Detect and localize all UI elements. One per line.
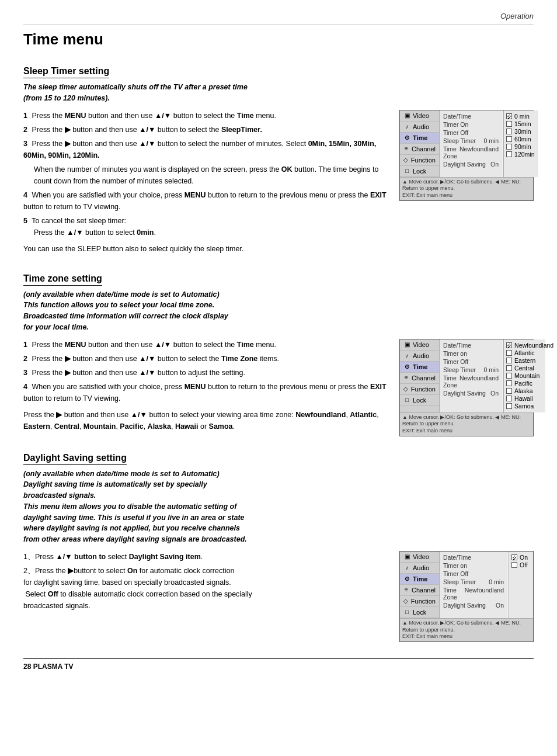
ds-menu-audio[interactable]: ♪Audio xyxy=(400,563,439,574)
menu-left-ds: ▣Video ♪Audio ⊙Time ≡Channel ◇Function □… xyxy=(400,552,440,618)
menu-item-video[interactable]: ▣Video xyxy=(400,110,439,122)
menu-right-tz: Date/Time Timer on Timer Off Sleep Timer… xyxy=(440,339,502,412)
menu-footer-tz: ▲ Move cursor. ▶/OK: Go to submenu. ◀ ME… xyxy=(400,412,533,436)
section-sleep-timer: Sleep Timer setting The sleep timer auto… xyxy=(23,66,534,257)
daylight-title: Daylight Saving setting xyxy=(23,453,127,465)
daylight-menu: ▣Video ♪Audio ⊙Time ≡Channel ◇Function □… xyxy=(399,551,534,642)
tz-newfoundland[interactable]: ✓Newfoundland xyxy=(506,342,543,349)
tz-menu-audio[interactable]: ♪Audio xyxy=(400,351,439,362)
time-zone-title: Time zone setting xyxy=(23,273,102,286)
menu-item-lock[interactable]: □Lock xyxy=(400,166,439,177)
tz-alaska[interactable]: Alaska xyxy=(506,387,543,394)
ds-menu-time[interactable]: ⊙Time xyxy=(400,574,439,585)
page-footer: 28 PLASMA TV xyxy=(23,658,534,671)
menu-footer-sleep: ▲ Move cursor. ▶/OK: Go to submenu. ◀ ME… xyxy=(400,177,533,200)
option-0min[interactable]: ✓0 min xyxy=(506,113,536,120)
time-zone-intro: (only available when date/time mode is s… xyxy=(23,289,534,333)
tz-menu-function[interactable]: ◇Function xyxy=(400,384,439,395)
sleep-timer-menu: ▣Video ♪Audio ⊙Time ≡Channel ◇Function □… xyxy=(399,110,534,201)
sleep-timer-intro: The sleep timer automatically shuts off … xyxy=(23,82,534,104)
option-120min[interactable]: 120min xyxy=(506,151,536,158)
footer-label: 28 PLASMA TV xyxy=(23,663,74,671)
ds-on[interactable]: ✓On xyxy=(511,554,531,561)
option-15min[interactable]: 15min xyxy=(506,120,536,127)
tz-menu-time[interactable]: ⊙Time xyxy=(400,362,439,373)
tz-mountain[interactable]: Mountain xyxy=(506,372,543,379)
ds-menu-function[interactable]: ◇Function xyxy=(400,596,439,607)
tz-pacific[interactable]: Pacific xyxy=(506,380,543,387)
menu-right-ds: Date/Time Timer on Timer Off Sleep Timer… xyxy=(440,552,507,618)
sleep-timer-title: Sleep Timer setting xyxy=(23,66,109,78)
tz-atlantic[interactable]: Atlantic xyxy=(506,349,543,356)
header-operation: Operation xyxy=(23,12,534,25)
menu-item-audio[interactable]: ♪Audio xyxy=(400,122,439,133)
ds-menu-lock[interactable]: □Lock xyxy=(400,607,439,618)
menu-right-sleep: Date/Time Timer On Timer Off Sleep Timer… xyxy=(440,110,502,177)
tz-menu-lock[interactable]: □Lock xyxy=(400,395,439,406)
menu-left-tz: ▣Video ♪Audio ⊙Time ≡Channel ◇Function □… xyxy=(400,339,440,412)
page: Operation Time menu Sleep Timer setting … xyxy=(0,0,557,694)
ds-off[interactable]: Off xyxy=(511,561,531,568)
daylight-intro: (only available when date/time mode is s… xyxy=(23,469,534,545)
tz-samoa[interactable]: Samoa xyxy=(506,403,543,410)
ds-menu-video[interactable]: ▣Video xyxy=(400,552,439,563)
sleep-timer-text: 1 Press the MENU button and then use ▲/▼… xyxy=(23,110,388,257)
menu-item-channel[interactable]: ≡Channel xyxy=(400,144,439,155)
tz-menu-video[interactable]: ▣Video xyxy=(400,339,439,351)
ds-menu-channel[interactable]: ≡Channel xyxy=(400,585,439,596)
section-time-zone: Time zone setting (only available when d… xyxy=(23,273,534,436)
section-daylight: Daylight Saving setting (only available … xyxy=(23,453,534,642)
option-60min[interactable]: 60min xyxy=(506,136,536,143)
menu-footer-ds: ▲ Move cursor. ▶/OK: Go to submenu. ◀ ME… xyxy=(400,618,533,641)
daylight-text: 1、Press ▲/▼ button to select Daylight Sa… xyxy=(23,551,388,642)
time-zone-menu: ▣Video ♪Audio ⊙Time ≡Channel ◇Function □… xyxy=(399,339,534,436)
option-90min[interactable]: 90min xyxy=(506,143,536,150)
time-zone-text: 1 Press the MENU button and then use ▲/▼… xyxy=(23,339,388,436)
tz-eastern[interactable]: Eastern xyxy=(506,357,543,364)
option-30min[interactable]: 30min xyxy=(506,128,536,135)
menu-item-function[interactable]: ◇Function xyxy=(400,155,439,166)
menu-item-time-active[interactable]: ⊙Time xyxy=(400,133,439,144)
page-title: Time menu xyxy=(23,30,534,48)
tz-central[interactable]: Central xyxy=(506,365,543,372)
tz-hawaii[interactable]: Hawaii xyxy=(506,395,543,402)
menu-left-sleep: ▣Video ♪Audio ⊙Time ≡Channel ◇Function □… xyxy=(400,110,440,177)
operation-label: Operation xyxy=(500,12,534,20)
tz-menu-channel[interactable]: ≡Channel xyxy=(400,373,439,384)
